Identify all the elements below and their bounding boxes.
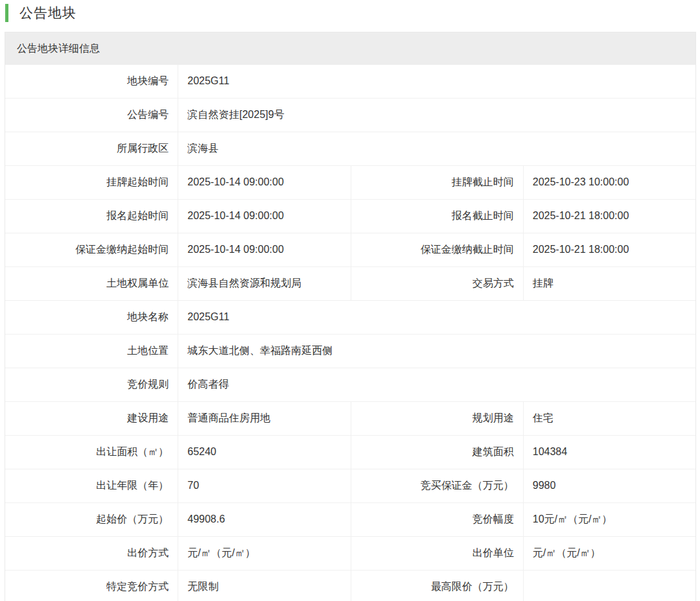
page-title: 公告地块 [19,4,76,22]
detail-row: 竞价规则 价高者得 [5,368,695,401]
field-label: 最高限价（万元） [351,571,523,601]
field-value: 城东大道北侧、幸福路南延西侧 [178,335,695,368]
field-label: 报名起始时间 [5,200,178,233]
detail-row: 公告编号 滨自然资挂[2025]9号 [5,98,695,132]
detail-row: 出让年限（年） 70 竞买保证金（万元） 9980 [5,469,695,502]
section-title: 公告地块 [0,0,700,26]
field-value: 2025G11 [178,65,695,98]
field-value: 104384 [523,436,695,469]
field-value: 2025-10-21 18:00:00 [523,200,695,233]
field-value: 9980 [523,469,695,502]
table-header: 公告地块详细信息 [5,32,695,65]
field-label: 交易方式 [351,267,523,300]
field-label: 公告编号 [5,99,178,132]
detail-row: 所属行政区 滨海县 [5,132,695,165]
field-label: 规划用途 [351,402,523,435]
detail-row: 地块编号 2025G11 [5,65,695,98]
field-label: 地块名称 [5,301,178,334]
field-label: 挂牌截止时间 [351,166,523,199]
field-value: 49908.6 [178,503,350,536]
field-value: 2025-10-21 18:00:00 [523,233,695,266]
detail-row: 地块名称 2025G11 [5,300,695,334]
field-label: 地块编号 [5,65,178,98]
detail-row: 挂牌起始时间 2025-10-14 09:00:00 挂牌截止时间 2025-1… [5,165,695,199]
field-label: 保证金缴纳截止时间 [351,233,523,266]
field-value: 滨海县自然资源和规划局 [178,267,350,300]
field-label: 出价方式 [5,537,178,570]
field-value: 挂牌 [523,267,695,300]
table-body: 地块编号 2025G11 公告编号 滨自然资挂[2025]9号 所属行政区 滨海… [5,65,695,601]
field-value: 价高者得 [178,368,695,401]
field-label: 建设用途 [5,402,178,435]
field-value [523,571,695,601]
field-value: 2025-10-23 10:00:00 [523,166,695,199]
field-label: 竞价幅度 [351,503,523,536]
field-label: 出让年限（年） [5,469,178,502]
field-label: 土地位置 [5,335,178,368]
field-value: 70 [178,469,350,502]
detail-row: 出让面积（㎡） 65240 建筑面积 104384 [5,435,695,469]
field-value: 2025-10-14 09:00:00 [178,200,350,233]
field-value: 2025-10-14 09:00:00 [178,233,350,266]
detail-row: 保证金缴纳起始时间 2025-10-14 09:00:00 保证金缴纳截止时间 … [5,233,695,266]
detail-row: 土地权属单位 滨海县自然资源和规划局 交易方式 挂牌 [5,266,695,300]
field-value: 滨自然资挂[2025]9号 [178,99,695,132]
detail-row: 建设用途 普通商品住房用地 规划用途 住宅 [5,401,695,435]
field-value: 2025G11 [178,301,695,334]
parcel-detail-table: 公告地块详细信息 地块编号 2025G11 公告编号 滨自然资挂[2025]9号… [5,32,696,601]
field-value: 2025-10-14 09:00:00 [178,166,350,199]
field-value: 无限制 [178,571,350,601]
detail-row: 出价方式 元/㎡（元/㎡） 出价单位 元/㎡（元/㎡） [5,536,695,570]
field-label: 出价单位 [351,537,523,570]
field-label: 所属行政区 [5,132,178,165]
field-label: 起始价（万元） [5,503,178,536]
field-value: 元/㎡（元/㎡） [523,537,695,570]
field-value: 滨海县 [178,132,695,165]
field-value: 住宅 [523,402,695,435]
detail-row: 特定竞价方式 无限制 最高限价（万元） [5,570,695,601]
field-label: 建筑面积 [351,436,523,469]
announced-parcel-page: 公告地块 公告地块详细信息 地块编号 2025G11 公告编号 滨自然资挂[20… [0,0,700,601]
field-label: 竞买保证金（万元） [351,469,523,502]
field-label: 保证金缴纳起始时间 [5,233,178,266]
detail-row: 土地位置 城东大道北侧、幸福路南延西侧 [5,334,695,368]
field-label: 特定竞价方式 [5,571,178,601]
field-value: 普通商品住房用地 [178,402,350,435]
field-label: 竞价规则 [5,368,178,401]
detail-row: 起始价（万元） 49908.6 竞价幅度 10元/㎡（元/㎡） [5,502,695,536]
field-label: 挂牌起始时间 [5,166,178,199]
field-label: 出让面积（㎡） [5,436,178,469]
field-value: 10元/㎡（元/㎡） [523,503,695,536]
field-label: 土地权属单位 [5,267,178,300]
field-label: 报名截止时间 [351,200,523,233]
field-value: 65240 [178,436,350,469]
detail-row: 报名起始时间 2025-10-14 09:00:00 报名截止时间 2025-1… [5,199,695,233]
field-value: 元/㎡（元/㎡） [178,537,350,570]
green-accent-bar-icon [5,4,8,22]
